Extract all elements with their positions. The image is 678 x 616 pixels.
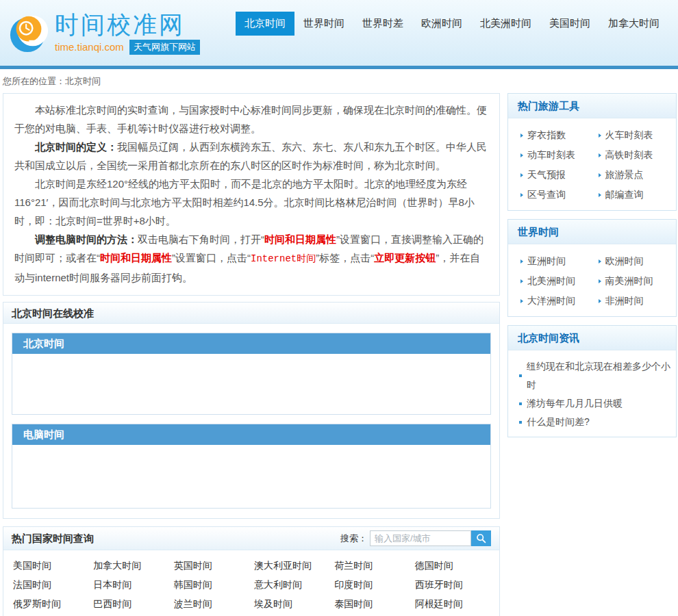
nav-tab-usa-time[interactable]: 美国时间 (540, 12, 599, 36)
nav-tab-canada-time[interactable]: 加拿大时间 (599, 12, 668, 36)
intro-panel: 本站标准北京时间的实时查询，与国家授时中心标准时间同步更新，确保现在北京时间的准… (3, 93, 500, 296)
country-link[interactable]: 日本时间 (93, 575, 173, 594)
date-time-properties-link[interactable]: 时间和日期属性 (264, 233, 336, 245)
sidebar-link-tourist-attractions[interactable]: 旅游景点 (593, 165, 671, 185)
sidebar-link-highspeed-rail-schedule[interactable]: 高铁时刻表 (593, 145, 671, 165)
arrow-icon (599, 193, 601, 197)
news-link[interactable]: 潍坊每年几月几日供暖 (515, 394, 670, 413)
country-link[interactable]: 印度时间 (334, 575, 414, 594)
country-link[interactable]: 西班牙时间 (415, 575, 495, 594)
search-label: 搜索： (340, 528, 367, 549)
country-link[interactable]: 法国时间 (13, 575, 93, 594)
country-links-grid: 美国时间 加拿大时间 英国时间 澳大利亚时间 荷兰时间 德国时间 法国时间 日本… (3, 550, 499, 616)
arrow-icon (520, 153, 523, 157)
sidebar-link-weather-forecast[interactable]: 天气预报 (515, 165, 593, 185)
sidebar-link-area-code-lookup[interactable]: 区号查询 (515, 185, 593, 205)
nav-tab-world-time[interactable]: 世界时间 (294, 12, 353, 36)
country-link[interactable]: 韩国时间 (174, 575, 254, 594)
country-link[interactable]: 美国时间 (13, 556, 93, 575)
country-search: 搜索： (340, 528, 491, 549)
beijing-time-box-title: 北京时间 (12, 333, 490, 354)
computer-time-box-title: 电脑时间 (12, 424, 490, 445)
country-link[interactable]: 波兰时间 (174, 594, 254, 613)
beijing-time-box: 北京时间 (12, 333, 491, 415)
update-now-button-label: 立即更新按钮 (374, 252, 436, 264)
arrow-icon (599, 279, 601, 283)
bullet-icon (519, 402, 522, 405)
nav-tab-beijing-time[interactable]: 北京时间 (236, 12, 294, 36)
country-link[interactable]: 德国时间 (415, 556, 495, 575)
site-logo[interactable]: 时间校准网 time.tianqi.com 天气网旗下网站 (8, 12, 200, 55)
site-badge: 天气网旗下网站 (129, 40, 200, 55)
date-time-properties-link[interactable]: 时间和日期属性 (100, 252, 172, 264)
news-link[interactable]: 什么是时间差? (515, 413, 670, 431)
sidebar-link-postal-code-lookup[interactable]: 邮编查询 (593, 185, 671, 205)
clock-logo-icon (8, 12, 51, 53)
internet-time-label: Internet时间 (251, 253, 316, 264)
sidebar-link-oceania-time[interactable]: 大洋洲时间 (515, 291, 593, 311)
search-input[interactable] (370, 530, 471, 546)
calibration-section-title: 北京时间在线校准 (12, 303, 94, 324)
computer-time-box: 电脑时间 (12, 424, 491, 509)
arrow-icon (520, 193, 523, 197)
bullet-icon (519, 421, 522, 424)
nav-tab-north-america-time[interactable]: 北美洲时间 (471, 12, 540, 36)
intro-paragraph-4: 调整电脑时间的方法：双击电脑右下角时间，打开“时间和日期属性”设置窗口，直接调整… (14, 230, 488, 287)
country-link[interactable]: 加拿大时间 (93, 556, 173, 575)
computer-time-display (12, 445, 490, 508)
beijing-time-news-title: 北京时间资讯 (508, 326, 676, 350)
beijing-time-news-panel: 北京时间资讯 纽约现在和北京现在相差多少个小时 潍坊每年几月几日供暖 什么是时间… (507, 325, 677, 437)
country-link[interactable]: 泰国时间 (334, 594, 414, 613)
bullet-icon (519, 374, 522, 377)
beijing-time-display (12, 354, 490, 414)
arrow-icon (599, 133, 601, 138)
country-link[interactable]: 英国时间 (174, 556, 254, 575)
search-icon (476, 533, 486, 543)
sidebar-link-asia-time[interactable]: 亚洲时间 (515, 251, 593, 271)
country-link[interactable]: 意大利时间 (254, 575, 334, 594)
sidebar-link-africa-time[interactable]: 非洲时间 (593, 291, 671, 311)
calibration-section-header: 北京时间在线校准 (3, 303, 499, 324)
world-time-title: 世界时间 (508, 220, 676, 244)
sidebar-link-bullet-train-schedule[interactable]: 动车时刻表 (515, 145, 593, 165)
country-link[interactable]: 澳大利亚时间 (254, 556, 334, 575)
header: 时间校准网 time.tianqi.com 天气网旗下网站 北京时间 世界时间 … (0, 0, 678, 66)
arrow-icon (520, 259, 523, 264)
arrow-icon (520, 299, 523, 303)
country-link[interactable]: 巴西时间 (93, 594, 173, 613)
intro-paragraph-2: 北京时间的定义：我国幅员辽阔，从西到东横跨东五、东六、东七、东八和东九五个时区。… (14, 138, 488, 175)
breadcrumb-current: 北京时间 (65, 76, 101, 86)
news-link[interactable]: 纽约现在和北京现在相差多少个小时 (515, 357, 670, 394)
country-link[interactable]: 阿根廷时间 (415, 594, 495, 613)
country-link[interactable]: 俄罗斯时间 (13, 594, 93, 613)
arrow-icon (599, 153, 601, 157)
country-link[interactable]: 埃及时间 (254, 594, 334, 613)
breadcrumb-label: 您所在的位置： (3, 76, 65, 86)
arrow-icon (520, 133, 523, 138)
arrow-icon (520, 279, 523, 283)
world-time-panel: 世界时间 亚洲时间 欧洲时间 北美洲时间 南美洲时间 大洋洲时间 非洲时间 (507, 219, 677, 317)
country-link[interactable]: 荷兰时间 (334, 556, 414, 575)
main-nav: 北京时间 世界时间 世界时差 欧洲时间 北美洲时间 美国时间 加拿大时间 (236, 12, 668, 36)
nav-tab-europe-time[interactable]: 欧洲时间 (412, 12, 471, 36)
sidebar-link-train-schedule[interactable]: 火车时刻表 (593, 125, 671, 145)
hot-countries-section: 热门国家时间查询 搜索： 美国时间 加拿大时间 英国时间 澳大利亚时间 (3, 526, 500, 616)
nav-tab-world-time-diff[interactable]: 世界时差 (353, 12, 412, 36)
breadcrumb: 您所在的位置：北京时间 (0, 69, 678, 93)
calibration-section: 北京时间在线校准 北京时间 电脑时间 (3, 302, 500, 519)
definition-title: 北京时间的定义： (35, 141, 117, 153)
sidebar-link-europe-time[interactable]: 欧洲时间 (593, 251, 671, 271)
intro-paragraph-3: 北京时间是东经120°经线的地方平太阳时，而不是北京的地方平太阳时。北京的地理经… (14, 175, 488, 230)
intro-paragraph-1: 本站标准北京时间的实时查询，与国家授时中心标准时间同步更新，确保现在北京时间的准… (14, 101, 488, 138)
arrow-icon (599, 173, 601, 177)
hot-countries-header: 热门国家时间查询 搜索： (3, 527, 499, 550)
arrow-icon (599, 299, 601, 303)
travel-tools-panel: 热门旅游工具 穿衣指数 火车时刻表 动车时刻表 高铁时刻表 天气预报 旅游景点 … (507, 93, 677, 211)
sidebar-link-south-america-time[interactable]: 南美洲时间 (593, 271, 671, 291)
site-name: 时间校准网 (55, 12, 200, 38)
hot-countries-title: 热门国家时间查询 (12, 528, 94, 549)
sidebar-link-dressing-index[interactable]: 穿衣指数 (515, 125, 593, 145)
search-button[interactable] (471, 530, 491, 546)
arrow-icon (520, 173, 523, 177)
sidebar-link-north-america-time[interactable]: 北美洲时间 (515, 271, 593, 291)
